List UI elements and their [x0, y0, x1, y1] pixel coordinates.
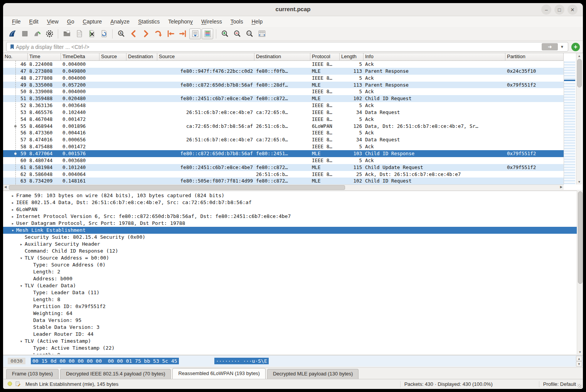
menu-analyze[interactable]: Analyze: [106, 17, 134, 26]
maximize-button[interactable]: □: [554, 5, 564, 15]
first-packet-button[interactable]: [165, 28, 176, 39]
packet-minimap[interactable]: [564, 61, 575, 184]
goto-packet-button[interactable]: [152, 28, 164, 39]
menu-view[interactable]: View: [43, 17, 63, 26]
column-header-src[interactable]: Source: [157, 53, 254, 61]
byte-view-tab[interactable]: Reassembled 6LoWPAN (193 bytes): [172, 368, 265, 379]
byte-view-tab[interactable]: Decrypted MLE payload (130 bytes): [267, 369, 359, 379]
minimize-button[interactable]: –: [541, 5, 551, 15]
apply-filter-button[interactable]: ➜: [542, 43, 558, 50]
titlebar[interactable]: current.pcap –□✕: [3, 3, 583, 16]
packet-list-hscrollbar[interactable]: ◀ ▶: [3, 184, 564, 190]
column-header-dst[interactable]: Destination: [254, 53, 310, 61]
detail-line[interactable]: Security Suite: 802.15.4 Security (0x00): [3, 234, 583, 241]
hex-ascii[interactable]: ········ ···u·S\E: [214, 358, 269, 364]
close-file-button[interactable]: [86, 28, 97, 39]
packet-row-58[interactable]: 588.4754880.001472IEEE 8…5Ack: [3, 143, 564, 150]
column-header-info[interactable]: Info: [364, 53, 505, 61]
detail-line[interactable]: Stable Data Version: 3: [3, 324, 583, 331]
detail-line[interactable]: Command: Child ID Response (12): [3, 248, 583, 255]
packet-row-60[interactable]: 608.4807440.003680IEEE 8…5Ack: [3, 157, 564, 164]
collapsed-arrow-icon[interactable]: ▸: [18, 241, 25, 248]
hex-scroll-up-icon[interactable]: ▲: [576, 356, 582, 361]
collapsed-arrow-icon[interactable]: ▸: [9, 193, 16, 199]
capture-comment-icon[interactable]: [15, 381, 21, 388]
packet-row-61[interactable]: 618.5819840.101240fe80::2451:c6b7:e8ce:4…: [3, 164, 564, 171]
byte-view-tab[interactable]: Frame (103 bytes): [6, 369, 59, 379]
start-capture-button[interactable]: [7, 28, 18, 39]
detail-line[interactable]: ▸Auxiliary Security Header: [3, 241, 583, 248]
packet-row-48[interactable]: 488.2778080.004000IEEE 8…5Ack: [3, 75, 564, 82]
auto-scroll-button[interactable]: [189, 28, 201, 39]
column-header-dst_hw[interactable]: Destination: [126, 53, 157, 61]
packet-row-63[interactable]: 638.7342090.148161fe80::505e:f807:7f81:4…: [3, 178, 564, 184]
stop-capture-button[interactable]: [19, 28, 30, 39]
details-scroll-down-icon[interactable]: ▼: [577, 350, 583, 354]
packet-row-54[interactable]: 548.4670480.001472IEEE 8…5Ack: [3, 116, 564, 123]
zoom-in-button[interactable]: [219, 28, 231, 39]
detail-line[interactable]: Leader Router ID: 44: [3, 331, 583, 338]
details-scrollbar[interactable]: ▼: [577, 191, 583, 354]
packet-row-62[interactable]: 628.5860480.00406426:51:c6:b…IEEE 8…25Ac…: [3, 171, 564, 178]
colorize-button[interactable]: [202, 28, 213, 39]
find-packet-button[interactable]: A: [115, 28, 127, 39]
resize-grip[interactable]: [578, 384, 581, 388]
menu-edit[interactable]: Edit: [25, 17, 43, 26]
collapsed-arrow-icon[interactable]: ▸: [9, 213, 16, 220]
packet-row-49[interactable]: 498.3350080.057200fe80::c872:650d:b7b8:5…: [3, 82, 564, 89]
menu-go[interactable]: Go: [63, 17, 79, 26]
scroll-down-icon[interactable]: ▼: [576, 179, 582, 184]
last-packet-button[interactable]: [177, 28, 189, 39]
column-header-src_hw[interactable]: Source: [99, 53, 126, 61]
detail-line[interactable]: ▸Internet Protocol Version 6, Src: fe80:…: [3, 213, 583, 220]
packet-row-53[interactable]: 538.4655760.10244026:51:c6:b7:e8:ce:4b:e…: [3, 109, 564, 116]
detail-line[interactable]: ▸User Datagram Protocol, Src Port: 19788…: [3, 220, 583, 227]
expanded-arrow-icon[interactable]: ▾: [18, 338, 25, 345]
detail-line[interactable]: Type: Source Address (0): [3, 261, 583, 268]
restart-capture-button[interactable]: [31, 28, 43, 39]
expanded-arrow-icon[interactable]: ▾: [18, 255, 25, 262]
packet-list-scrollbar[interactable]: ▲ ▼: [576, 53, 582, 184]
menu-file[interactable]: File: [8, 17, 25, 26]
scrollbar-thumb[interactable]: [577, 59, 582, 87]
packet-row-52[interactable]: 528.3631360.003648IEEE 8…5Ack: [3, 102, 564, 109]
scroll-right-icon[interactable]: ▶: [560, 185, 562, 189]
hscrollbar-thumb[interactable]: [9, 185, 345, 190]
detail-line[interactable]: Length: 8: [3, 352, 583, 354]
detail-line[interactable]: ▸Frame 59: 103 bytes on wire (824 bits),…: [3, 192, 583, 199]
filter-bookmark-icon[interactable]: [8, 43, 16, 51]
detail-line[interactable]: Length: 8: [3, 296, 583, 303]
detail-line[interactable]: Address: b000: [3, 275, 583, 282]
packet-row-59[interactable]: 598.4770640.001576fe80::c872:650d:b7b8:5…: [3, 150, 564, 157]
detail-line[interactable]: Length: 2: [3, 268, 583, 275]
menu-wireless[interactable]: Wireless: [197, 17, 226, 26]
menu-capture[interactable]: Capture: [79, 17, 106, 26]
packet-row-46[interactable]: 468.2240080.004000IEEE 8…5Ack: [3, 61, 564, 68]
status-profile[interactable]: Profile: Default: [543, 381, 576, 387]
collapsed-arrow-icon[interactable]: ▸: [9, 199, 16, 206]
column-header-proto[interactable]: Protocol: [310, 53, 340, 61]
detail-line[interactable]: ▸IEEE 802.15.4 Data, Dst: 26:51:c6:b7:e8…: [3, 199, 583, 206]
column-header-part[interactable]: Partition: [505, 53, 564, 61]
hex-bytes[interactable]: 00 15 0d 00 00 00 00 00 00 00 01 75 bb 5…: [31, 358, 179, 364]
column-header-delta[interactable]: TimeDelta: [61, 53, 99, 61]
capture-options-button[interactable]: [44, 28, 55, 39]
detail-line[interactable]: Type: Leader Data (11): [3, 289, 583, 296]
hex-offset[interactable]: 0030: [8, 358, 25, 364]
column-header-len[interactable]: Length: [340, 53, 364, 61]
packet-row-47[interactable]: 478.2738080.049800fe80::947f:f476:22bc:c…: [3, 68, 564, 75]
hex-scrollbar[interactable]: ▲ ▼: [576, 356, 582, 367]
next-packet-button[interactable]: [140, 28, 152, 39]
byte-view-tab[interactable]: Decrypted IEEE 802.15.4 payload (70 byte…: [60, 369, 171, 379]
packet-row-57[interactable]: 578.4740160.00065626:51:c6:b7:e8:ce:4b:e…: [3, 136, 564, 143]
details-scrollbar-thumb[interactable]: [578, 191, 583, 284]
collapsed-arrow-icon[interactable]: ▸: [9, 220, 16, 227]
detail-line[interactable]: ▾TLV (Leader Data): [3, 282, 583, 289]
column-header-time[interactable]: Time: [28, 53, 61, 61]
packet-row-56[interactable]: 568.4733600.004416IEEE 8…5Ack: [3, 129, 564, 136]
open-file-button[interactable]: [61, 28, 72, 39]
detail-line[interactable]: ▾TLV (Active Timestamp): [3, 338, 583, 345]
filter-dropdown-caret-icon[interactable]: ▼: [558, 45, 566, 49]
menu-help[interactable]: Help: [247, 17, 267, 26]
detail-line[interactable]: Data Version: 95: [3, 317, 583, 324]
